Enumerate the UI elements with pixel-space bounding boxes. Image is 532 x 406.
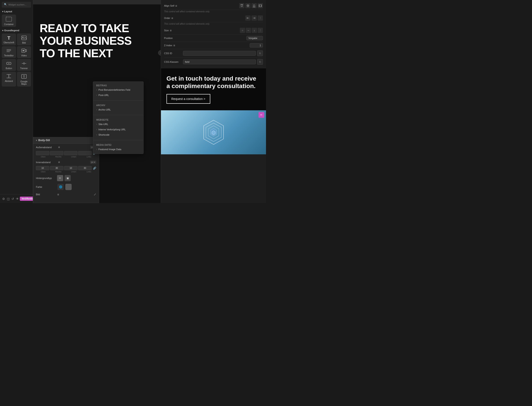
dropdown-item-post-feld[interactable]: Post Benutzerdefiniertes Feld [93, 87, 143, 93]
dropdown-menu: Beitrag Post Benutzerdefiniertes Feld Po… [93, 81, 144, 154]
aussenabstand-rechts[interactable] [50, 151, 63, 155]
widget-video[interactable]: Video [17, 46, 31, 58]
svg-rect-20 [241, 4, 242, 7]
image-section: ✏ [161, 110, 266, 154]
bild-row: Bild 🖥 ⤢ [33, 191, 99, 197]
edit-image-icon[interactable]: ✏ [259, 112, 264, 118]
dropdown-divider-3 [93, 140, 143, 140]
dropdown-item-shortcode[interactable]: Shortcode [93, 132, 143, 138]
button-icon [6, 61, 11, 66]
layout-section-header[interactable]: Layout [0, 9, 33, 14]
dropdown-item-featured-image[interactable]: Featured Image Data [93, 147, 143, 152]
dropdown-section-beitrag: Beitrag Post Benutzerdefiniertes Feld Po… [93, 82, 143, 100]
hintergrundtyp-btn-image[interactable]: ▣ [65, 175, 71, 181]
order-more-icon[interactable]: ⋮ [258, 15, 263, 21]
texteditor-label: Texteditor [4, 54, 14, 57]
widget-container[interactable]: Container [2, 14, 16, 27]
css-id-copy-btn[interactable]: ⎘ [257, 51, 263, 56]
zindex-monitor-icon: 🖥 [173, 44, 175, 47]
trenner-icon [21, 61, 27, 66]
widget-googlemaps[interactable]: Google Maps [17, 72, 31, 87]
align-self-row: Align Self 🖥 [164, 2, 263, 10]
align-stretch-icon[interactable] [258, 3, 263, 8]
innenabstand-rechts[interactable] [50, 166, 63, 170]
svg-point-19 [23, 75, 25, 77]
size-h-icon[interactable]: ↔ [246, 28, 251, 33]
farbe-global-icon[interactable]: 🌐 [58, 184, 64, 190]
bild-expand-icon[interactable]: ⤢ [94, 193, 96, 196]
grundlegend-section-header[interactable]: Grundlegend [0, 28, 33, 33]
innenabstand-unten[interactable] [64, 166, 78, 170]
size-monitor-icon: 🖥 [169, 29, 172, 32]
aussenabstand-unten[interactable] [64, 151, 78, 155]
aussenabstand-oben[interactable] [36, 151, 49, 155]
history-icon[interactable]: ↺ [11, 196, 15, 202]
size-v-icon[interactable]: ↕ [252, 28, 257, 33]
css-klassen-copy-btn[interactable]: ⎘ [257, 59, 263, 65]
cta-section: Get in touch today and receive a complim… [161, 68, 266, 110]
widget-texteditor[interactable]: Texteditor [2, 46, 16, 58]
dropdown-section-archiv: Archiv Archiv-URL [93, 102, 143, 114]
dropdown-item-post-url[interactable]: Post-URL [93, 93, 143, 98]
lbl-oben-1: Oben [36, 156, 51, 158]
cta-button[interactable]: Request a consultation > [167, 94, 210, 104]
aussenabstand-label: Außenabstand [36, 146, 56, 149]
css-klassen-input[interactable] [183, 59, 256, 64]
settings-icon[interactable]: ⚙ [1, 196, 6, 202]
size-auto-icon[interactable]: ○ [240, 28, 245, 33]
bild-label: Bild [22, 42, 26, 44]
preview-icon[interactable]: 👁 [15, 196, 20, 202]
align-center-v-icon[interactable] [245, 3, 251, 8]
align-self-icons [239, 3, 263, 8]
dropdown-item-archiv-url[interactable]: Archiv-URL [93, 107, 143, 112]
aussenabstand-links[interactable] [78, 151, 92, 155]
dropdown-item-site-url[interactable]: Site-URL [93, 122, 143, 127]
innenabstand-links[interactable] [78, 166, 92, 170]
size-more-icon[interactable]: ⋮ [258, 28, 263, 33]
bild-monitor-icon: 🖥 [57, 193, 59, 196]
publish-button[interactable]: Veröffentlichen [20, 197, 33, 201]
innenabstand-inputs: 🔗 [33, 166, 99, 171]
search-input[interactable] [8, 3, 29, 6]
widget-trenner[interactable]: Trenner [17, 59, 31, 71]
lbl-unten-1: Unten [66, 156, 81, 158]
lbl-rechts-2: Rechts [51, 171, 66, 173]
align-top-icon[interactable] [239, 3, 244, 8]
size-icons: ○ ↔ ↕ ⋮ [240, 28, 263, 33]
align-self-label: Align Self 🖥 [164, 4, 182, 7]
dropdown-item-interne-url[interactable]: Interne Verknüpfung URL [93, 127, 143, 132]
zindex-label: Z-Index 🖥 [164, 44, 182, 47]
hero-content: READY TO TAKE YOUR BUSINESS TO THE NEXT [33, 4, 161, 60]
top-right-controls: Align Self 🖥 This control will affect co… [161, 0, 266, 68]
widget-bild[interactable]: Bild [17, 33, 31, 45]
order-right-icon[interactable] [251, 15, 257, 21]
innenabstand-link-icon[interactable]: 🔗 [93, 167, 96, 170]
widget-button[interactable]: Button [2, 59, 16, 71]
canvas-header [33, 0, 161, 4]
innenabstand-oben[interactable] [36, 166, 49, 170]
order-left-icon[interactable] [245, 15, 251, 21]
farbe-swatch[interactable] [66, 184, 72, 190]
zindex-input[interactable] [250, 43, 263, 48]
lbl-links-1: Links [82, 156, 96, 158]
body-stil-header[interactable]: Body-Stil [33, 137, 99, 144]
align-bottom-icon[interactable] [251, 3, 257, 8]
order-row: Order 🖥 ⋮ [164, 14, 263, 22]
dropdown-section-title-media: Media Datei [93, 143, 143, 147]
position-select[interactable]: Vorgabe Relativ Absolut Fixiert [246, 36, 263, 40]
bild-icon [21, 36, 27, 41]
widget-abstand[interactable]: Abstand [2, 72, 16, 87]
widget-ueberschrift[interactable]: T Überschrift [2, 33, 16, 45]
svg-rect-26 [259, 5, 261, 7]
innenabstand-labels: Oben Rechts Unten Links [33, 171, 99, 174]
order-icons: ⋮ [245, 15, 263, 21]
css-id-input[interactable] [183, 51, 256, 56]
lbl-rechts-1: Rechts [51, 156, 66, 158]
innenabstand-monitor-icon: 🖥 [57, 160, 61, 164]
hintergrundtyp-btn-pen[interactable]: ✏ [57, 175, 63, 181]
body-stil-panel: Body-Stil Außenabstand 🖥 px ▾ 🔗 Oben Rec… [33, 137, 99, 203]
dropdown-section-webseite: Webseite Site-URL Interne Verknüpfung UR… [93, 116, 143, 139]
layers-icon[interactable]: ◫ [6, 196, 11, 202]
innenabstand-unit[interactable]: px ▾ [90, 160, 96, 164]
search-bar[interactable]: 🔍 [2, 2, 31, 7]
